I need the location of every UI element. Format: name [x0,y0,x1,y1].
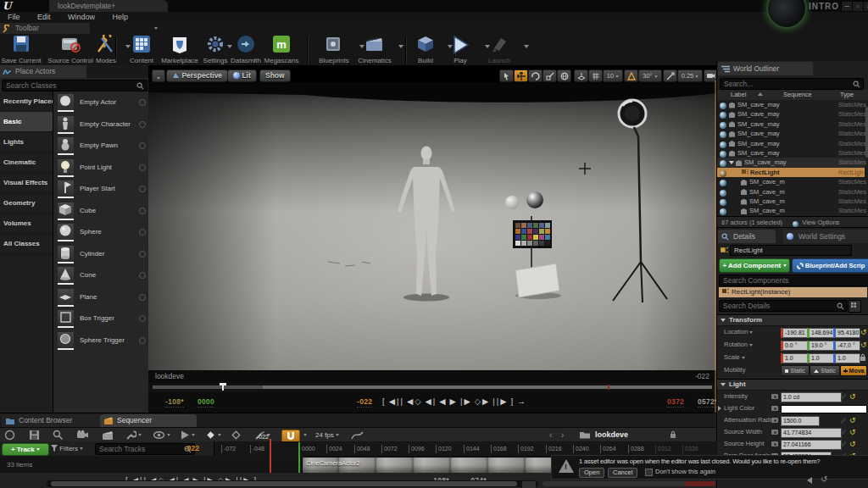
window-tab[interactable]: lookDevtemplate+ [49,0,168,12]
drag-handle-icon[interactable] [139,208,146,214]
timeline-scrubber[interactable] [148,383,716,392]
light-section-header[interactable]: Light [717,379,868,391]
rotation-y-field[interactable]: 19.0 ° [807,341,834,351]
mobility-stationary-button[interactable]: Static [810,365,840,376]
cinematics-caret-icon[interactable] [398,45,403,48]
find-in-content-browser-icon[interactable] [53,430,64,441]
transform-section-header[interactable]: Transform [717,314,868,326]
outliner-row[interactable]: SM_cave_mStaticMes [717,177,865,186]
play-back-button[interactable]: ◀ [439,396,447,406]
drag-handle-icon[interactable] [139,251,146,258]
playback-options-icon[interactable] [180,430,192,441]
sequencer-tab[interactable]: Sequencer [100,414,197,427]
outliner-search[interactable] [720,78,864,90]
view-options-eye-icon[interactable] [153,430,164,441]
list-item-empty-actor[interactable]: Empty Actor [53,92,148,114]
source-width-field[interactable]: 41.774834 [781,428,842,438]
outliner-row[interactable]: SM_cave_mayStaticMes [717,139,865,148]
category-cinematic[interactable]: Cinematic [0,152,53,173]
reset-icon[interactable]: ↺ [849,438,856,450]
search-components-field[interactable] [723,276,857,285]
curve-editor-icon[interactable] [351,430,363,441]
visibility-eye-icon[interactable] [720,151,726,158]
filters-button[interactable]: Filters [51,443,83,454]
search-details-field[interactable] [723,302,833,310]
rotation-snap-value[interactable]: 30° [638,69,662,82]
category-recently-placed[interactable]: Recently Placed [0,92,53,112]
next-key-button[interactable]: ◇▶ [475,396,491,406]
menu-edit[interactable]: Edit [30,12,58,23]
outliner-row[interactable]: SM_cave_mayStaticMes [717,119,865,129]
auto-key-icon[interactable] [231,430,242,441]
drag-handle-icon[interactable] [139,337,146,344]
keyframe-icon[interactable] [771,430,778,435]
megascans-button[interactable]: m Megascans [259,35,303,64]
list-item-box-trigger[interactable]: Box Trigger [53,308,148,330]
light-color-swatch[interactable] [781,405,867,413]
search-details-input[interactable] [719,300,848,312]
list-item-cube[interactable]: Cube [53,200,148,222]
world-coordinate-button[interactable] [557,69,571,82]
drag-handle-icon[interactable] [139,229,146,236]
scrollbar-thumb[interactable] [685,481,715,486]
visibility-eye-icon[interactable] [720,122,726,129]
save-current-button[interactable]: Save Current [2,35,41,64]
visibility-eye-icon[interactable] [720,131,726,138]
save-sequence-icon[interactable] [29,430,41,441]
show-button[interactable]: Show [259,69,291,82]
source-height-field[interactable]: 27.041166 [781,440,842,450]
nav-forward-icon[interactable]: › [561,430,564,440]
scale-y-field[interactable]: 1.0 [807,353,834,363]
prev-key-button[interactable]: ◀◇ [407,396,423,406]
drag-handle-icon[interactable] [139,315,146,322]
menu-help[interactable]: Help [105,12,136,23]
outliner-row-selected[interactable]: RectLightRectLigh [717,168,865,177]
select-tool-button[interactable] [499,69,514,82]
list-item-empty-pawn[interactable]: Empty Pawn [53,135,148,157]
nav-back-icon[interactable]: ‹ [549,430,552,440]
reset-icon[interactable]: ↺ [849,426,856,438]
reset-icon[interactable]: ↺ [849,414,856,426]
blueprint-add-script-button[interactable]: Blueprint/Add Scrip [792,258,868,273]
timeline-h-scrollbar[interactable] [542,481,715,486]
sequence-browse-icon[interactable] [4,430,16,441]
refresh-icon[interactable]: ↺ [821,474,827,484]
details-view-options-button[interactable] [849,300,861,313]
frame-zero[interactable]: 0000 [198,397,214,408]
toolbar-caret-icon[interactable] [154,27,158,30]
visibility-eye-icon[interactable] [720,208,726,215]
lock-icon[interactable] [670,430,676,439]
outliner-row[interactable]: SM_cave_mStaticMes [717,187,865,197]
cinematics-button[interactable]: Cinematics [353,35,397,64]
restore-button[interactable]: ▫ [852,1,864,12]
outliner-row[interactable]: SM_cave_mayStaticMes [717,109,865,119]
dont-show-checkbox[interactable] [645,469,653,476]
rotate-tool-button[interactable] [528,69,542,82]
attenuation-radius-field[interactable]: 1500.0 [781,416,820,426]
outliner-h-scrollbar[interactable] [47,480,538,487]
list-item-player-start[interactable]: Player Start [53,178,148,200]
menu-window[interactable]: Window [60,12,103,23]
search-classes-field[interactable] [6,81,133,90]
keyframe-icon[interactable] [771,406,778,411]
outliner-row[interactable]: SM_cave_mayStaticMes [717,129,865,138]
launch-caret-icon[interactable] [524,45,529,48]
list-item-cone[interactable]: Cone [53,264,148,286]
visibility-eye-icon[interactable] [720,141,726,148]
play-button[interactable]: Play [442,35,478,64]
category-visual-effects[interactable]: Visual Effects [0,173,53,193]
step-back-button[interactable]: ◀| [426,396,437,406]
jump-end-button[interactable]: ||▶ [492,396,508,406]
render-movie-icon[interactable] [102,430,114,441]
drag-handle-icon[interactable] [139,294,146,301]
visibility-eye-icon[interactable] [720,112,726,119]
search-components-input[interactable] [719,274,868,286]
viewport-scene[interactable] [148,82,716,370]
open-button[interactable]: Open [579,468,604,478]
loop-button[interactable]: → [517,396,527,406]
rotation-snap-toggle[interactable] [624,69,638,82]
close-button[interactable]: × [863,1,868,12]
reset-icon[interactable]: ↺ [849,391,856,402]
outliner-row[interactable]: SM_cave_mStaticMes [717,197,865,206]
drag-handle-icon[interactable] [139,272,146,279]
